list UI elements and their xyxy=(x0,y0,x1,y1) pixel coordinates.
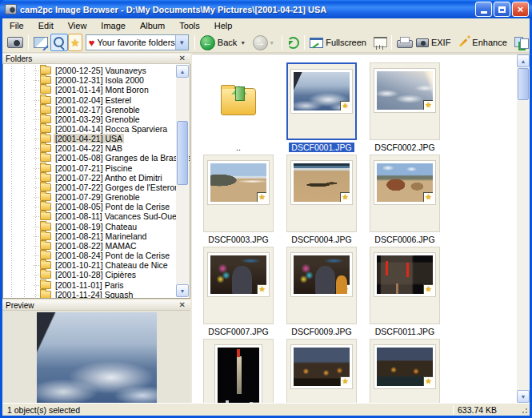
thumbnail-box[interactable] xyxy=(203,155,274,232)
minimize-button[interactable] xyxy=(475,2,492,17)
preview-close-icon[interactable]: ✕ xyxy=(178,301,187,309)
thumbnail-box[interactable] xyxy=(203,247,274,324)
browse-mode-button[interactable] xyxy=(50,34,68,51)
folder-tree-item[interactable]: [2001-08-05] Pont de la Cerise xyxy=(3,202,176,211)
thumbnail-box[interactable] xyxy=(203,339,274,403)
thumbnail-cell[interactable]: DSCF0001.JPG xyxy=(280,62,363,155)
main-scrollbar[interactable]: ▲ ▼ xyxy=(517,54,530,403)
thumbnail-photo[interactable] xyxy=(215,345,262,403)
exif-button[interactable]: EXIF xyxy=(414,34,455,51)
menu-item-image[interactable]: Image xyxy=(94,19,133,32)
folder-tree-item[interactable]: [2001-02-17] Grenoble xyxy=(3,105,176,115)
scrollbar-thumb[interactable] xyxy=(177,121,188,185)
refresh-button[interactable] xyxy=(285,34,302,51)
thumbnail-cell[interactable]: DSCF0003.JPG xyxy=(197,155,280,247)
folder-tree-item[interactable]: [2001-11-01] Paris xyxy=(3,279,176,289)
back-button[interactable]: ← Back ▼ xyxy=(198,34,250,51)
camera-transfer-button[interactable] xyxy=(5,34,26,51)
favorite-star-badge[interactable] xyxy=(423,376,434,387)
folder-tree-item[interactable]: [2001-07-21] Piscine xyxy=(3,163,176,173)
favorite-star-badge[interactable] xyxy=(340,376,350,387)
folder-tree-item[interactable]: [2001-04-22] NAB xyxy=(3,143,176,153)
thumbnail-box[interactable] xyxy=(286,339,357,403)
thumbnail-cell[interactable] xyxy=(280,339,363,403)
thumbnail-cell[interactable]: DSCF0006.JPG xyxy=(363,155,446,247)
forward-button[interactable]: → ▼ xyxy=(250,34,279,51)
convert-button[interactable] xyxy=(512,34,531,51)
favorite-star-badge[interactable] xyxy=(340,284,350,295)
close-button[interactable]: × xyxy=(512,2,529,17)
folder-tree-item[interactable]: [2001-10-28] Cipières xyxy=(3,270,176,279)
thumbnail-cell[interactable]: DSCF0002.JPG xyxy=(363,62,446,155)
folder-tree-item[interactable]: [2001-05-08] Granges de la Brasque xyxy=(3,153,176,163)
favorite-star-badge[interactable] xyxy=(257,192,267,203)
slideshow-button[interactable] xyxy=(371,34,389,51)
folder-tree-item[interactable]: [2001-10-21] Chateau de Nice xyxy=(3,260,176,270)
thumbnail-box[interactable] xyxy=(370,339,440,403)
favorite-star-badge[interactable] xyxy=(423,284,434,295)
chevron-down-icon[interactable]: ▼ xyxy=(175,35,188,50)
folders-scrollbar[interactable]: ▲ ▼ xyxy=(176,65,189,297)
thumbnail-photo[interactable] xyxy=(208,161,269,204)
folder-tree-item[interactable]: [2000-12-31] Isola 2000 xyxy=(3,75,176,85)
folder-tree-item[interactable]: [2001-08-11] Vacances Sud-Ouest xyxy=(3,211,176,221)
thumbnail-photo[interactable] xyxy=(374,253,435,296)
enhance-button[interactable]: Enhance xyxy=(455,34,511,51)
menu-item-album[interactable]: Album xyxy=(133,19,172,32)
thumbnail-box[interactable] xyxy=(370,155,440,232)
thumbnail-photo[interactable] xyxy=(291,70,352,113)
favorite-folders-dropdown[interactable]: ♥ Your favorite folders ▼ xyxy=(86,34,189,50)
menu-item-tools[interactable]: Tools xyxy=(172,19,207,32)
thumbnail-box[interactable] xyxy=(286,62,357,140)
favorite-star-badge[interactable] xyxy=(423,100,434,111)
favorite-star-badge[interactable] xyxy=(257,284,267,295)
folder-tree-item[interactable]: [2001-08-19] Chateau xyxy=(3,222,176,231)
thumbnail-photo[interactable] xyxy=(291,161,352,204)
maximize-button[interactable] xyxy=(494,2,510,17)
thumbnail-photo[interactable] xyxy=(291,253,352,296)
menu-item-file[interactable]: File xyxy=(2,19,31,32)
fullscreen-button[interactable]: Fullscreen xyxy=(307,34,371,51)
thumbnail-cell[interactable]: DSCF0009.JPG xyxy=(280,247,363,339)
thumbnail-box[interactable] xyxy=(370,247,440,324)
scrollbar-thumb[interactable] xyxy=(518,68,529,100)
folder-tree-item[interactable]: [2001-07-22] Gorges de l'Esteron xyxy=(3,183,176,192)
scroll-up-icon[interactable]: ▲ xyxy=(176,65,189,78)
thumbnail-cell[interactable]: .. xyxy=(197,62,280,155)
thumbnail-photo[interactable] xyxy=(374,161,435,204)
folder-tree-item[interactable]: [2000-12-25] Vaunaveys xyxy=(3,66,176,75)
folder-tree-item[interactable]: [2001-08-22] MAMAC xyxy=(3,241,176,251)
resize-grip-icon[interactable] xyxy=(519,405,529,415)
favorite-star-badge[interactable] xyxy=(340,192,350,203)
thumbnail-photo[interactable] xyxy=(374,69,435,112)
folder-tree-item[interactable]: [2001-02-04] Esterel xyxy=(3,94,176,104)
thumbnail-cell[interactable]: DSCF0004.JPG xyxy=(280,155,363,247)
thumbnail-photo[interactable] xyxy=(374,345,435,388)
image-adjust-button[interactable] xyxy=(31,34,50,51)
print-button[interactable] xyxy=(394,34,414,51)
scroll-up-icon[interactable]: ▲ xyxy=(517,54,530,67)
thumbnail-cell[interactable] xyxy=(363,339,446,403)
thumbnail-cell[interactable]: DSCF0011.JPG xyxy=(363,247,446,339)
folder-tree-item[interactable]: [2001-04-14] Rocca Sparviera xyxy=(3,124,176,134)
thumbnail-cell[interactable] xyxy=(197,339,280,403)
folder-tree-item[interactable]: [2001-11-24] Squash xyxy=(3,290,176,299)
thumbnail-box[interactable] xyxy=(286,247,357,324)
thumbnail-box[interactable] xyxy=(286,155,357,232)
menu-item-view[interactable]: View xyxy=(61,19,94,32)
menu-item-help[interactable]: Help xyxy=(207,19,240,32)
favorites-button[interactable]: ★ xyxy=(68,34,82,51)
thumbnail-photo[interactable] xyxy=(291,345,352,388)
scroll-down-icon[interactable]: ▼ xyxy=(517,390,530,403)
parent-folder-icon[interactable] xyxy=(203,62,274,140)
thumbnail-box[interactable] xyxy=(370,62,440,140)
scroll-down-icon[interactable]: ▼ xyxy=(176,284,189,297)
back-history-caret[interactable]: ▼ xyxy=(240,40,246,46)
favorite-star-badge[interactable] xyxy=(340,101,350,111)
folder-tree-item[interactable]: [2001-04-21] USA xyxy=(3,134,176,143)
folder-tree-item[interactable]: [2001-08-21] Marineland xyxy=(3,231,176,241)
folder-tree-item[interactable]: [2001-08-24] Pont de la Cerise xyxy=(3,251,176,260)
folder-tree-item[interactable]: [2001-01-14] Mont Boron xyxy=(3,85,176,94)
folder-tree-item[interactable]: [2001-07-29] Grenoble xyxy=(3,192,176,202)
folder-tree-item[interactable]: [2001-03-29] Grenoble xyxy=(3,115,176,124)
